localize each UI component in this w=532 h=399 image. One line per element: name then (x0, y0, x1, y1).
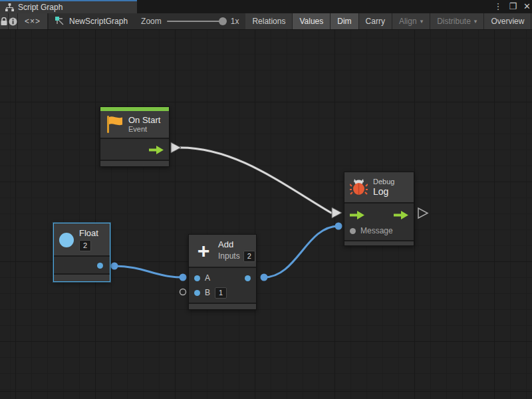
unconnected-port-circle[interactable] (180, 289, 186, 295)
flow-input-port[interactable] (350, 211, 364, 219)
value-output-port[interactable] (245, 275, 251, 281)
tab-strip: Script Graph ⋮ ❐ ✕ (0, 0, 532, 13)
zoom-slider-handle[interactable] (219, 17, 227, 25)
distribute-label: Distribute (437, 17, 471, 26)
dim-button[interactable]: Dim (331, 13, 358, 29)
graph-name-label: NewScriptGraph (69, 17, 128, 26)
node-footer (344, 240, 414, 245)
wire-endpoint-dot (180, 274, 187, 281)
value-wire-add-to-debug[interactable] (264, 226, 338, 277)
port-b-label: B (205, 288, 210, 297)
add-icon: + (194, 242, 213, 259)
zoom-value: 1x (231, 17, 239, 26)
flow-output-port[interactable] (394, 211, 408, 219)
wire-endpoint-dot (335, 223, 342, 230)
align-label: Align (399, 17, 417, 26)
window-controls: ⋮ ❐ ✕ (493, 0, 531, 13)
value-wire-float-to-add[interactable] (114, 266, 183, 277)
wire-arrowhead-start (171, 142, 181, 153)
graph-canvas[interactable]: On Start Event Float 2 (0, 30, 532, 399)
zoom-control: Zoom 1x (134, 13, 245, 29)
relations-button[interactable]: Relations (245, 13, 293, 29)
connection-wires (0, 30, 532, 399)
carry-button[interactable]: Carry (359, 13, 392, 29)
node-title: Add (218, 239, 255, 249)
unity-visual-scripting-window: Script Graph ⋮ ❐ ✕ <×> (0, 0, 532, 399)
maximize-icon[interactable]: ❐ (509, 0, 517, 13)
node-subtitle: Event (128, 125, 160, 134)
port-a-label: A (205, 273, 210, 283)
window-menu-icon[interactable]: ⋮ (493, 0, 502, 13)
input-port-b[interactable] (194, 290, 200, 296)
node-footer (189, 303, 256, 309)
inputs-count-field[interactable]: 2 (243, 251, 255, 262)
node-footer (54, 273, 110, 281)
node-add[interactable]: + Add Inputs 2 A B (188, 234, 257, 310)
values-button[interactable]: Values (293, 13, 331, 29)
node-title: Float (79, 228, 98, 238)
zoom-slider[interactable] (167, 21, 225, 22)
graph-name-group[interactable]: NewScriptGraph (49, 13, 134, 29)
node-subtitle: Inputs (218, 252, 240, 261)
flag-icon (106, 115, 123, 134)
distribute-button[interactable]: Distribute ▾ (430, 13, 484, 29)
tab-script-graph[interactable]: Script Graph (0, 0, 137, 13)
input-port-a[interactable] (194, 275, 200, 281)
unconnected-flow-triangle[interactable] (418, 208, 428, 218)
node-on-start[interactable]: On Start Event (100, 106, 170, 167)
close-icon[interactable]: ✕ (523, 0, 531, 13)
lock-button[interactable] (0, 13, 9, 29)
info-icon (9, 17, 17, 26)
message-port-label: Message (360, 226, 393, 235)
lock-icon (0, 17, 8, 26)
node-footer (100, 160, 169, 166)
chevron-down-icon: ▾ (474, 18, 477, 25)
wire-endpoint-dot (261, 274, 268, 281)
b-value-field[interactable]: 1 (215, 287, 227, 299)
edit-code-button[interactable]: <×> (18, 13, 48, 29)
node-float[interactable]: Float 2 (53, 223, 110, 282)
flow-output-port[interactable] (149, 146, 164, 154)
node-title: On Start (128, 115, 160, 125)
message-input-port[interactable] (350, 228, 356, 234)
node-category: Debug (373, 178, 394, 186)
tab-label: Script Graph (18, 3, 63, 12)
bug-icon (350, 178, 368, 196)
graph-hierarchy-icon (5, 3, 14, 12)
graph-toolbar: <×> NewScriptGraph Zoom 1x Relations Val… (0, 13, 532, 30)
value-output-port[interactable] (97, 263, 103, 269)
float-type-icon (59, 233, 74, 247)
zoom-label: Zoom (141, 17, 162, 26)
node-title: Log (373, 186, 394, 197)
node-debug-log[interactable]: Debug Log Me (344, 172, 414, 246)
float-value-field[interactable]: 2 (79, 240, 91, 251)
align-button[interactable]: Align ▾ (392, 13, 430, 29)
control-wire[interactable] (180, 148, 331, 213)
overview-button[interactable]: Overview (484, 13, 531, 29)
code-brackets-icon: <×> (25, 17, 41, 26)
wire-endpoint-dot (111, 263, 118, 270)
script-graph-icon (55, 17, 65, 26)
info-button[interactable] (9, 13, 18, 29)
chevron-down-icon: ▾ (420, 18, 424, 25)
wire-arrowhead-end (332, 207, 342, 218)
control-wire-outline (180, 148, 331, 213)
